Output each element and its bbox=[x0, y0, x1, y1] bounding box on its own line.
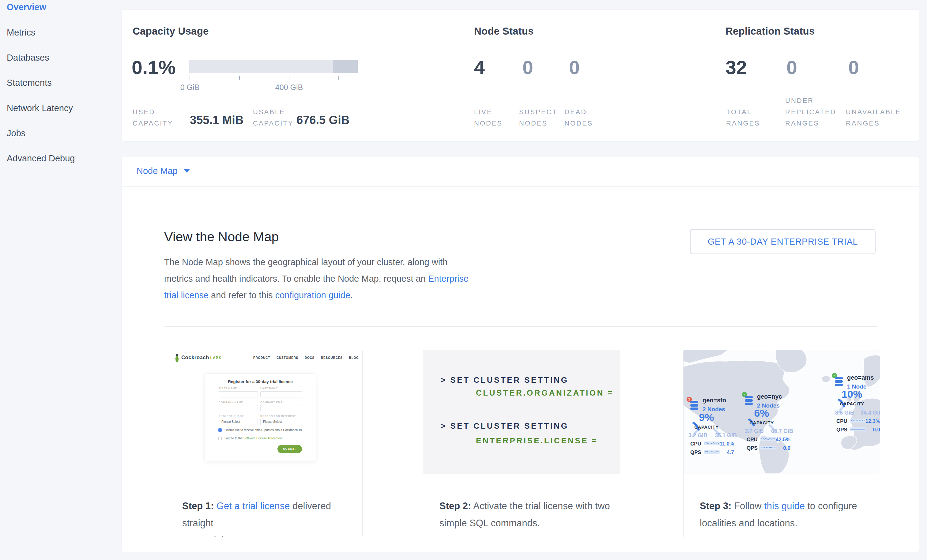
node-map-dropdown-label: Node Map bbox=[137, 166, 178, 176]
step-1-caption-line1: Step 1: Get a trial license delivered st… bbox=[182, 498, 359, 532]
promo-line3-text: and refer to this bbox=[208, 290, 275, 300]
capacity-tick bbox=[289, 76, 289, 80]
sidebar-item-network-latency[interactable]: Network Latency bbox=[7, 103, 73, 117]
capacity-tick bbox=[338, 76, 339, 80]
brand-suffix: LABS bbox=[210, 356, 222, 360]
mini-site-header: CockroachLABS PRODUCT CUSTOMERS DOCS RES… bbox=[166, 350, 362, 366]
mini-nav-resources: RESOURCES bbox=[321, 356, 343, 360]
sidebar-item-overview[interactable]: Overview bbox=[7, 2, 46, 16]
email-updates-checkbox-label: I would like to receive email updates ab… bbox=[225, 428, 303, 432]
nyc-cpu-value: 42.5% bbox=[769, 437, 790, 443]
live-nodes-value: 4 bbox=[474, 56, 485, 78]
sfo-cpu-label: CPU bbox=[690, 441, 701, 447]
node-map-illustration: 1 geo=sfo 2 Nodes 9% CAPACITY 3.2 GiB 35… bbox=[684, 350, 880, 473]
step-2-text: Activate the trial license with two bbox=[471, 501, 610, 511]
agreement-text-pre: I agree to the bbox=[225, 437, 243, 440]
step-3-caption-line2: localities and locations. bbox=[700, 515, 877, 532]
unavailable-ranges-label: UNAVAILABLE RANGES bbox=[846, 106, 901, 129]
mini-nav-blog: BLOG bbox=[349, 356, 359, 360]
agreement-text-post: . bbox=[283, 437, 284, 440]
step-3-label: Step 3: bbox=[700, 501, 731, 511]
cockroach-bug-icon bbox=[174, 353, 180, 365]
project-phase-select: Please Select bbox=[219, 419, 258, 425]
step-3-text-post: to configure bbox=[805, 501, 857, 511]
this-guide-link[interactable]: this guide bbox=[764, 501, 805, 511]
sidebar-item-databases[interactable]: Databases bbox=[7, 53, 49, 66]
software-license-agreement-link: Software License Agreement bbox=[243, 437, 283, 440]
sidebar-item-advanced-debug[interactable]: Advanced Debug bbox=[7, 153, 75, 167]
cluster-summary-panel: Capacity Usage 0.1% 0 GiB 400 GiB USED C… bbox=[122, 9, 919, 141]
sfo-cpu-value: 11.0% bbox=[713, 441, 734, 447]
capacity-tick bbox=[190, 76, 190, 80]
step-1-label: Step 1: bbox=[182, 501, 214, 511]
under-replicated-label-line2: REPLICATED bbox=[785, 106, 836, 118]
node-status-title: Node Status bbox=[474, 26, 534, 37]
view-selector-row: Node Map bbox=[122, 157, 919, 187]
promo-line2: metrics and health indicators. To enable… bbox=[164, 270, 473, 287]
step-1-caption: Step 1: Get a trial license delivered st… bbox=[182, 498, 359, 537]
nyc-capacity-min: 3.7 GiB bbox=[745, 428, 764, 434]
total-ranges-value: 32 bbox=[725, 56, 747, 78]
get-trial-license-link[interactable]: Get a trial license bbox=[217, 501, 290, 511]
used-capacity-label-line2: CAPACITY bbox=[132, 118, 173, 129]
suspect-nodes-value: 0 bbox=[523, 56, 533, 78]
nyc-capacity-label: CAPACITY bbox=[745, 420, 778, 425]
step-3-text-pre: Follow bbox=[731, 501, 764, 511]
enterprise-trial-license-link-part2[interactable]: trial license bbox=[164, 290, 208, 300]
ams-cpu-label: CPU bbox=[836, 418, 847, 424]
brand-name: Cockroach bbox=[181, 355, 209, 360]
dead-nodes-label-line2: NODES bbox=[564, 118, 593, 129]
node-map-dropdown[interactable]: Node Map bbox=[137, 166, 190, 176]
sfo-qps-value: 4.7 bbox=[713, 449, 734, 455]
license-agreement-checkbox-label: I agree to the Software License Agreemen… bbox=[225, 437, 283, 440]
dead-nodes-label-line1: DEAD bbox=[564, 106, 593, 118]
promo-description: The Node Map shows the geographical layo… bbox=[164, 254, 473, 304]
sfo-capacity-max: 35.1 GiB bbox=[715, 433, 737, 439]
step-3-caption-line1: Step 3: Follow this guide to configure bbox=[700, 498, 877, 515]
unavailable-ranges-value: 0 bbox=[848, 56, 859, 78]
dead-nodes-value: 0 bbox=[569, 56, 580, 78]
ams-cpu-value: 12.3% bbox=[859, 418, 880, 424]
nyc-capacity-percent: 6% bbox=[745, 407, 778, 419]
get-enterprise-trial-button[interactable]: GET A 30-DAY ENTERPRISE TRIAL bbox=[690, 229, 875, 254]
promo-title: View the Node Map bbox=[164, 229, 279, 244]
under-replicated-label-line1: UNDER- bbox=[785, 95, 836, 106]
reason-for-interest-label: REASON FOR INTEREST bbox=[260, 414, 296, 417]
project-phase-label: PROJECT PHASE bbox=[219, 414, 244, 417]
mini-site-nav: PRODUCT CUSTOMERS DOCS RESOURCES BLOG DO… bbox=[253, 353, 348, 362]
enterprise-trial-license-link[interactable]: Enterprise bbox=[428, 274, 468, 284]
step-3-card: 1 geo=sfo 2 Nodes 9% CAPACITY 3.2 GiB 35… bbox=[683, 350, 880, 537]
usable-capacity-value: 676.5 GiB bbox=[296, 114, 350, 127]
ams-capacity-label: CAPACITY bbox=[835, 401, 869, 406]
total-ranges-label-line1: TOTAL bbox=[726, 106, 760, 118]
capacity-scale-mid-label: 400 GiB bbox=[264, 83, 314, 92]
sql-prompt-1: > SET CLUSTER SETTING bbox=[441, 375, 568, 385]
nyc-cpu-label: CPU bbox=[747, 437, 758, 443]
capacity-usage-title: Capacity Usage bbox=[132, 26, 209, 37]
step-2-caption-line2: simple SQL commands. bbox=[439, 515, 617, 532]
first-name-input bbox=[219, 391, 258, 398]
ams-qps-value: 0.0 bbox=[859, 427, 880, 433]
mini-nav-docs: DOCS bbox=[305, 356, 315, 360]
usable-capacity-label-line1: USABLE bbox=[253, 106, 293, 118]
last-name-input bbox=[260, 391, 302, 398]
chevron-down-icon bbox=[184, 169, 190, 173]
capacity-bar bbox=[189, 60, 358, 73]
sql-snippet-area: > SET CLUSTER SETTING CLUSTER.ORGANIZATI… bbox=[423, 350, 620, 473]
last-name-label: LAST NAME bbox=[260, 387, 278, 390]
ams-capacity-max: 34.4 GiB bbox=[860, 410, 880, 416]
sidebar-item-jobs[interactable]: Jobs bbox=[7, 128, 26, 142]
promo-line3-period: . bbox=[350, 290, 353, 300]
dead-nodes-label: DEAD NODES bbox=[564, 106, 593, 129]
sidebar-item-metrics[interactable]: Metrics bbox=[7, 27, 35, 41]
capacity-percent-value: 0.1% bbox=[132, 56, 176, 78]
live-nodes-label-line2: NODES bbox=[474, 118, 503, 129]
capacity-bar-used-segment bbox=[333, 60, 358, 73]
mini-nav-customers: CUSTOMERS bbox=[277, 356, 298, 360]
step-1-card: CockroachLABS PRODUCT CUSTOMERS DOCS RES… bbox=[166, 350, 363, 537]
sidebar-item-statements[interactable]: Statements bbox=[7, 78, 52, 91]
sidebar-nav: Overview Metrics Databases Statements Ne… bbox=[0, 0, 121, 560]
under-replicated-ranges-value: 0 bbox=[786, 56, 797, 78]
sql-arg-1: CLUSTER.ORGANIZATION = bbox=[476, 388, 614, 398]
configuration-guide-link[interactable]: configuration guide bbox=[275, 290, 350, 300]
